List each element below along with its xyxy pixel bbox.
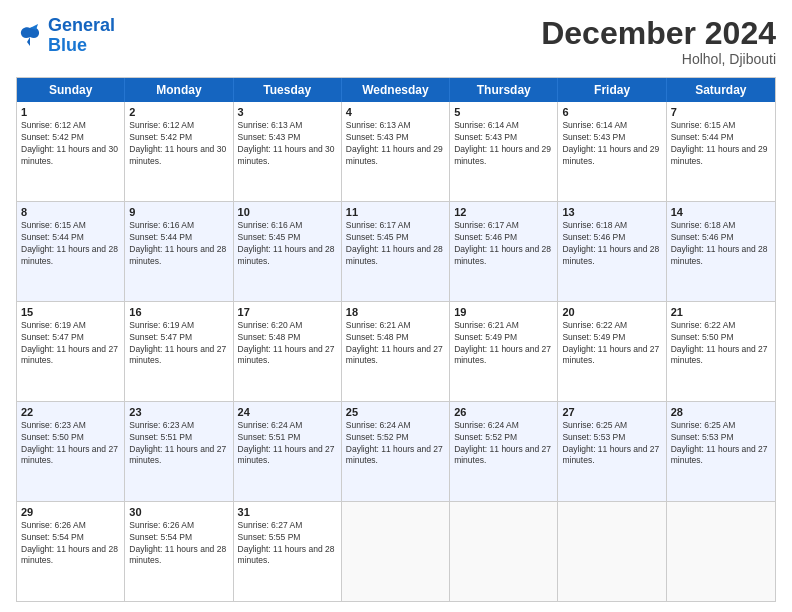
day-number: 22 (21, 405, 120, 419)
day-cell-23: 23 Sunrise: 6:23 AMSunset: 5:51 PMDaylig… (125, 402, 233, 501)
day-number: 4 (346, 105, 445, 119)
day-cell-31: 31 Sunrise: 6:27 AMSunset: 5:55 PMDaylig… (234, 502, 342, 601)
day-number: 3 (238, 105, 337, 119)
day-cell-18: 18 Sunrise: 6:21 AMSunset: 5:48 PMDaylig… (342, 302, 450, 401)
day-cell-6: 6 Sunrise: 6:14 AMSunset: 5:43 PMDayligh… (558, 102, 666, 201)
cell-info: Sunrise: 6:26 AMSunset: 5:54 PMDaylight:… (129, 520, 226, 565)
day-cell-1: 1 Sunrise: 6:12 AMSunset: 5:42 PMDayligh… (17, 102, 125, 201)
cell-info: Sunrise: 6:26 AMSunset: 5:54 PMDaylight:… (21, 520, 118, 565)
logo: General Blue (16, 16, 115, 56)
header-day-monday: Monday (125, 78, 233, 102)
calendar-row-1: 1 Sunrise: 6:12 AMSunset: 5:42 PMDayligh… (17, 102, 775, 202)
day-number: 21 (671, 305, 771, 319)
day-cell-8: 8 Sunrise: 6:15 AMSunset: 5:44 PMDayligh… (17, 202, 125, 301)
cell-info: Sunrise: 6:25 AMSunset: 5:53 PMDaylight:… (671, 420, 768, 465)
day-cell-27: 27 Sunrise: 6:25 AMSunset: 5:53 PMDaylig… (558, 402, 666, 501)
cell-info: Sunrise: 6:20 AMSunset: 5:48 PMDaylight:… (238, 320, 335, 365)
day-cell-7: 7 Sunrise: 6:15 AMSunset: 5:44 PMDayligh… (667, 102, 775, 201)
calendar-row-3: 15 Sunrise: 6:19 AMSunset: 5:47 PMDaylig… (17, 302, 775, 402)
cell-info: Sunrise: 6:23 AMSunset: 5:50 PMDaylight:… (21, 420, 118, 465)
day-number: 18 (346, 305, 445, 319)
day-number: 8 (21, 205, 120, 219)
day-cell-11: 11 Sunrise: 6:17 AMSunset: 5:45 PMDaylig… (342, 202, 450, 301)
cell-info: Sunrise: 6:18 AMSunset: 5:46 PMDaylight:… (562, 220, 659, 265)
day-number: 29 (21, 505, 120, 519)
calendar-row-2: 8 Sunrise: 6:15 AMSunset: 5:44 PMDayligh… (17, 202, 775, 302)
day-cell-26: 26 Sunrise: 6:24 AMSunset: 5:52 PMDaylig… (450, 402, 558, 501)
title-block: December 2024 Holhol, Djibouti (541, 16, 776, 67)
cell-info: Sunrise: 6:15 AMSunset: 5:44 PMDaylight:… (671, 120, 768, 165)
cell-info: Sunrise: 6:19 AMSunset: 5:47 PMDaylight:… (129, 320, 226, 365)
header-day-wednesday: Wednesday (342, 78, 450, 102)
day-number: 28 (671, 405, 771, 419)
day-number: 10 (238, 205, 337, 219)
day-cell-14: 14 Sunrise: 6:18 AMSunset: 5:46 PMDaylig… (667, 202, 775, 301)
cell-info: Sunrise: 6:16 AMSunset: 5:44 PMDaylight:… (129, 220, 226, 265)
cell-info: Sunrise: 6:24 AMSunset: 5:52 PMDaylight:… (346, 420, 443, 465)
month-title: December 2024 (541, 16, 776, 51)
day-cell-16: 16 Sunrise: 6:19 AMSunset: 5:47 PMDaylig… (125, 302, 233, 401)
location: Holhol, Djibouti (541, 51, 776, 67)
day-number: 16 (129, 305, 228, 319)
day-cell-29: 29 Sunrise: 6:26 AMSunset: 5:54 PMDaylig… (17, 502, 125, 601)
cell-info: Sunrise: 6:22 AMSunset: 5:49 PMDaylight:… (562, 320, 659, 365)
cell-info: Sunrise: 6:25 AMSunset: 5:53 PMDaylight:… (562, 420, 659, 465)
day-number: 7 (671, 105, 771, 119)
empty-cell (450, 502, 558, 601)
header-day-tuesday: Tuesday (234, 78, 342, 102)
day-cell-19: 19 Sunrise: 6:21 AMSunset: 5:49 PMDaylig… (450, 302, 558, 401)
day-cell-22: 22 Sunrise: 6:23 AMSunset: 5:50 PMDaylig… (17, 402, 125, 501)
logo-icon (16, 22, 44, 50)
day-number: 5 (454, 105, 553, 119)
cell-info: Sunrise: 6:21 AMSunset: 5:48 PMDaylight:… (346, 320, 443, 365)
day-cell-25: 25 Sunrise: 6:24 AMSunset: 5:52 PMDaylig… (342, 402, 450, 501)
day-cell-2: 2 Sunrise: 6:12 AMSunset: 5:42 PMDayligh… (125, 102, 233, 201)
day-cell-12: 12 Sunrise: 6:17 AMSunset: 5:46 PMDaylig… (450, 202, 558, 301)
day-cell-9: 9 Sunrise: 6:16 AMSunset: 5:44 PMDayligh… (125, 202, 233, 301)
day-number: 30 (129, 505, 228, 519)
day-number: 26 (454, 405, 553, 419)
day-cell-20: 20 Sunrise: 6:22 AMSunset: 5:49 PMDaylig… (558, 302, 666, 401)
header-day-sunday: Sunday (17, 78, 125, 102)
day-cell-30: 30 Sunrise: 6:26 AMSunset: 5:54 PMDaylig… (125, 502, 233, 601)
calendar-row-4: 22 Sunrise: 6:23 AMSunset: 5:50 PMDaylig… (17, 402, 775, 502)
cell-info: Sunrise: 6:18 AMSunset: 5:46 PMDaylight:… (671, 220, 768, 265)
day-cell-28: 28 Sunrise: 6:25 AMSunset: 5:53 PMDaylig… (667, 402, 775, 501)
header-day-thursday: Thursday (450, 78, 558, 102)
cell-info: Sunrise: 6:13 AMSunset: 5:43 PMDaylight:… (238, 120, 335, 165)
cell-info: Sunrise: 6:13 AMSunset: 5:43 PMDaylight:… (346, 120, 443, 165)
cell-info: Sunrise: 6:17 AMSunset: 5:46 PMDaylight:… (454, 220, 551, 265)
day-cell-24: 24 Sunrise: 6:24 AMSunset: 5:51 PMDaylig… (234, 402, 342, 501)
calendar-body: 1 Sunrise: 6:12 AMSunset: 5:42 PMDayligh… (17, 102, 775, 601)
cell-info: Sunrise: 6:19 AMSunset: 5:47 PMDaylight:… (21, 320, 118, 365)
day-number: 27 (562, 405, 661, 419)
empty-cell (342, 502, 450, 601)
cell-info: Sunrise: 6:27 AMSunset: 5:55 PMDaylight:… (238, 520, 335, 565)
day-number: 15 (21, 305, 120, 319)
cell-info: Sunrise: 6:14 AMSunset: 5:43 PMDaylight:… (454, 120, 551, 165)
page-header: General Blue December 2024 Holhol, Djibo… (16, 16, 776, 67)
empty-cell (558, 502, 666, 601)
cell-info: Sunrise: 6:14 AMSunset: 5:43 PMDaylight:… (562, 120, 659, 165)
cell-info: Sunrise: 6:21 AMSunset: 5:49 PMDaylight:… (454, 320, 551, 365)
cell-info: Sunrise: 6:17 AMSunset: 5:45 PMDaylight:… (346, 220, 443, 265)
day-number: 11 (346, 205, 445, 219)
cell-info: Sunrise: 6:12 AMSunset: 5:42 PMDaylight:… (129, 120, 226, 165)
day-number: 9 (129, 205, 228, 219)
day-number: 2 (129, 105, 228, 119)
day-cell-17: 17 Sunrise: 6:20 AMSunset: 5:48 PMDaylig… (234, 302, 342, 401)
day-number: 20 (562, 305, 661, 319)
day-number: 25 (346, 405, 445, 419)
day-number: 31 (238, 505, 337, 519)
day-number: 1 (21, 105, 120, 119)
cell-info: Sunrise: 6:15 AMSunset: 5:44 PMDaylight:… (21, 220, 118, 265)
cell-info: Sunrise: 6:23 AMSunset: 5:51 PMDaylight:… (129, 420, 226, 465)
day-number: 6 (562, 105, 661, 119)
calendar-row-5: 29 Sunrise: 6:26 AMSunset: 5:54 PMDaylig… (17, 502, 775, 601)
calendar-header: SundayMondayTuesdayWednesdayThursdayFrid… (17, 78, 775, 102)
day-cell-5: 5 Sunrise: 6:14 AMSunset: 5:43 PMDayligh… (450, 102, 558, 201)
day-cell-4: 4 Sunrise: 6:13 AMSunset: 5:43 PMDayligh… (342, 102, 450, 201)
cell-info: Sunrise: 6:24 AMSunset: 5:51 PMDaylight:… (238, 420, 335, 465)
day-number: 24 (238, 405, 337, 419)
day-cell-10: 10 Sunrise: 6:16 AMSunset: 5:45 PMDaylig… (234, 202, 342, 301)
